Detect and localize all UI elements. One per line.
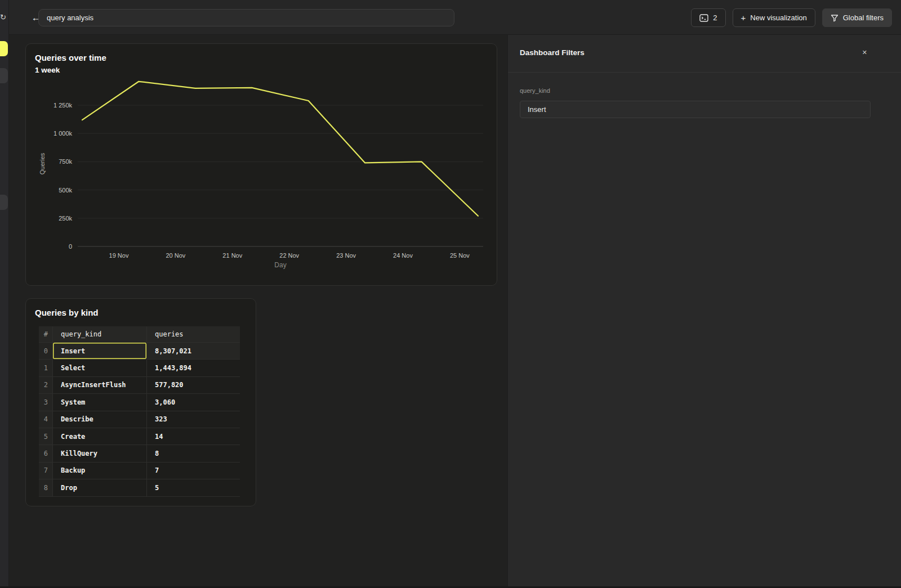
table-row: 6KillQuery8	[39, 445, 240, 462]
queries-series-line	[82, 82, 478, 216]
y-tick-label: 1 250k	[53, 102, 73, 109]
chart-title: Queries over time	[35, 53, 106, 62]
table-row: 3System3,060	[39, 394, 240, 411]
queries-over-time-panel: Queries over time 1 week 0250k500k750k1 …	[25, 43, 497, 286]
topbar: ← 2 + New visualization	[9, 0, 901, 35]
y-tick-label: 1 000k	[53, 130, 73, 137]
queries-value-cell[interactable]: 7	[147, 463, 240, 479]
table-row: 8Drop5	[39, 479, 240, 496]
x-tick-label: 21 Nov	[222, 252, 242, 259]
filters-panel-title: Dashboard Filters	[520, 48, 585, 57]
x-tick-label: 19 Nov	[109, 252, 129, 259]
x-tick-label: 23 Nov	[336, 252, 356, 259]
query-kind-cell[interactable]: System	[53, 394, 147, 411]
new-visualization-label: New visualization	[750, 14, 806, 22]
queries-by-kind-panel: Queries by kind #query_kindqueries0Inser…	[25, 298, 256, 506]
row-index-cell: 6	[39, 445, 53, 462]
column-header-queries: queries	[147, 326, 240, 343]
column-header-index: #	[39, 326, 53, 343]
query-kind-cell[interactable]: Backup	[53, 463, 147, 479]
topbar-actions: 2 + New visualization Global filters	[691, 8, 892, 27]
query-kind-cell[interactable]: Drop	[53, 479, 147, 496]
query-kind-cell[interactable]: Select	[53, 360, 147, 376]
table-title: Queries by kind	[35, 308, 99, 317]
table-row: 2AsyncInsertFlush577,820	[39, 377, 240, 394]
table-row: 1Select1,443,894	[39, 360, 240, 376]
filter-field-label: query_kind	[520, 87, 550, 94]
query-kind-filter-input[interactable]	[520, 101, 871, 118]
queries-value-cell[interactable]: 8,307,021	[147, 343, 240, 360]
table-row: 4Describe323	[39, 411, 240, 428]
new-visualization-button[interactable]: + New visualization	[733, 8, 815, 27]
plus-icon: +	[741, 14, 746, 22]
x-axis-title: Day	[274, 261, 286, 269]
refresh-icon[interactable]: ↻	[0, 14, 6, 21]
app-window: ↻ ← 2 + New visualization	[0, 0, 901, 588]
table-header-row: #query_kindqueries	[39, 326, 240, 343]
row-index-cell: 2	[39, 377, 53, 394]
queries-value-cell[interactable]: 3,060	[147, 394, 240, 411]
row-index-cell: 3	[39, 394, 53, 411]
query-kind-cell[interactable]: Create	[53, 428, 147, 445]
y-tick-label: 250k	[59, 215, 72, 222]
x-tick-label: 20 Nov	[166, 252, 185, 259]
queries-by-kind-table: #query_kindqueries0Insert8,307,0211Selec…	[39, 326, 240, 497]
query-kind-cell[interactable]: KillQuery	[53, 445, 147, 462]
queries-over-time-chart: 0250k500k750k1 000k1 250kQueries19 Nov20…	[26, 74, 497, 279]
y-tick-label: 500k	[59, 187, 72, 194]
queries-value-cell[interactable]: 5	[147, 479, 240, 496]
sidebar-item[interactable]	[0, 68, 8, 83]
table-row: 7Backup7	[39, 463, 240, 479]
sql-console-icon	[699, 14, 708, 22]
y-tick-label: 750k	[59, 158, 72, 165]
query-kind-cell[interactable]: Describe	[53, 411, 147, 428]
row-index-cell: 5	[39, 428, 53, 445]
filter-funnel-icon	[831, 14, 838, 22]
row-index-cell: 8	[39, 479, 53, 496]
row-index-cell: 7	[39, 463, 53, 479]
row-index-cell: 0	[39, 343, 53, 360]
queries-value-cell[interactable]: 323	[147, 411, 240, 428]
dashboard-filters-panel: Dashboard Filters ✕ query_kind	[507, 35, 901, 588]
sql-console-count: 2	[713, 14, 717, 22]
y-axis-title: Queries	[39, 152, 46, 174]
queries-value-cell[interactable]: 1,443,894	[147, 360, 240, 376]
sidebar-item-active-dashboard[interactable]	[0, 41, 8, 56]
sidebar-item[interactable]	[0, 195, 8, 210]
dashboard-canvas: Queries over time 1 week 0250k500k750k1 …	[9, 35, 507, 588]
sql-console-button[interactable]: 2	[691, 8, 725, 27]
queries-value-cell[interactable]: 8	[147, 445, 240, 462]
sidebar: ↻	[0, 0, 9, 588]
x-tick-label: 25 Nov	[450, 252, 470, 259]
query-kind-cell[interactable]: Insert	[53, 343, 147, 360]
column-header-query_kind: query_kind	[53, 326, 147, 343]
table-row: 0Insert8,307,021	[39, 343, 240, 360]
dashboard-title-input[interactable]	[38, 9, 454, 26]
row-index-cell: 4	[39, 411, 53, 428]
filters-divider	[508, 72, 901, 73]
global-filters-button[interactable]: Global filters	[822, 8, 892, 27]
close-icon[interactable]: ✕	[862, 49, 867, 56]
chart-subtitle: 1 week	[35, 66, 60, 74]
global-filters-label: Global filters	[843, 14, 884, 22]
row-index-cell: 1	[39, 360, 53, 376]
queries-value-cell[interactable]: 577,820	[147, 377, 240, 394]
queries-value-cell[interactable]: 14	[147, 428, 240, 445]
table-row: 5Create14	[39, 428, 240, 445]
x-tick-label: 24 Nov	[393, 252, 413, 259]
query-kind-cell[interactable]: AsyncInsertFlush	[53, 377, 147, 394]
y-tick-label: 0	[69, 243, 72, 250]
x-tick-label: 22 Nov	[279, 252, 299, 259]
